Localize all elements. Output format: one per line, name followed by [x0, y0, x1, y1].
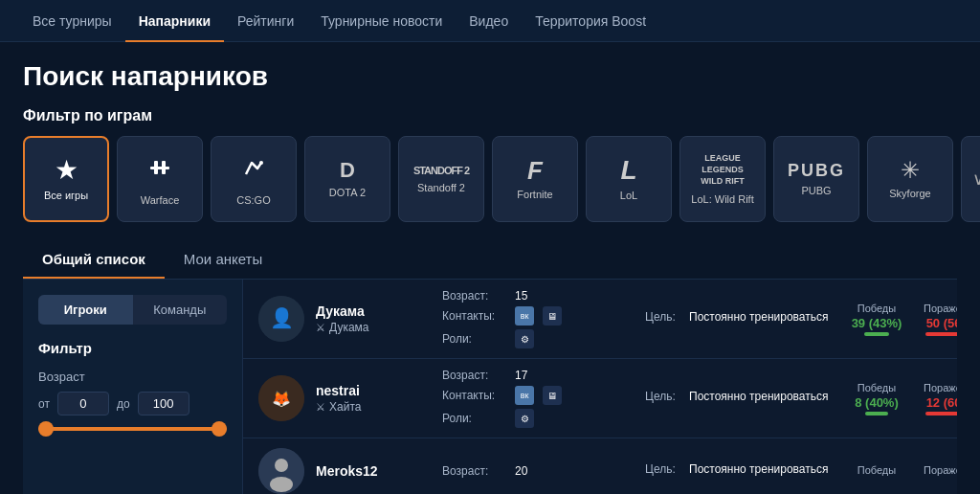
losses-bar: [925, 412, 957, 415]
losses-value: 12 (60%): [926, 395, 957, 410]
player-game-icon: ⚔: [316, 322, 325, 334]
wins-stat: Победы: [848, 464, 905, 478]
nav-news[interactable]: Турнирные новости: [307, 0, 456, 42]
contact-vk-icon[interactable]: вк: [515, 386, 534, 405]
wins-bar: [864, 332, 889, 336]
sidebar: Игроки Команды Фильтр Возраст от до: [23, 280, 243, 494]
meta-age-row: Возраст: 15: [442, 289, 634, 303]
game-card-standoff2-label: Standoff 2: [417, 182, 465, 193]
age-filter-label: Возраст: [38, 370, 227, 384]
game-card-warface-label: Warface: [141, 194, 180, 206]
age-slider[interactable]: [38, 427, 227, 431]
meta-age-row: Возраст: 20: [442, 464, 634, 478]
skyforge-icon: ✳: [901, 159, 920, 182]
player-game: ⚔ Дукама: [316, 321, 431, 334]
expand-games-button[interactable]: ∨: [961, 136, 980, 222]
role-icon: ⚙: [515, 409, 534, 428]
age-from-input[interactable]: [57, 392, 109, 415]
wins-value: 39 (43%): [852, 316, 902, 330]
game-card-csgo-label: CS:GO: [236, 194, 270, 206]
nav-teammates[interactable]: Напарники: [125, 0, 224, 42]
contact-discord-icon[interactable]: 🖥: [543, 386, 562, 405]
chevron-down-icon: ∨: [972, 168, 981, 190]
player-meta: Возраст: 20: [442, 464, 634, 478]
avatar: 🦊: [258, 375, 304, 421]
sidebar-tab-teams[interactable]: Команды: [133, 295, 228, 325]
slider-thumb-left[interactable]: [38, 421, 54, 437]
losses-bar: [925, 332, 957, 336]
game-card-lol[interactable]: L LoL: [586, 136, 672, 222]
player-list: 👤 Дукама ⚔ Дукама Возраст: 15: [243, 280, 957, 494]
main-tabs: Общий список Мои анкеты: [23, 241, 957, 280]
game-card-wildrift-label: LoL: Wild Rift: [691, 193, 753, 205]
nav-tournaments[interactable]: Все турниры: [19, 0, 125, 42]
player-game-name: Хайта: [329, 400, 361, 414]
game-card-pubg-label: PUBG: [801, 185, 831, 196]
table-row[interactable]: 🦊 nestrai ⚔ Хайта Возраст: 17: [243, 359, 957, 438]
main-content: Поиск напарников Фильтр по играм ★ Все и…: [0, 42, 980, 494]
wins-label: Победы: [858, 464, 896, 476]
filter-title: Фильтр: [38, 340, 227, 356]
wins-label: Победы: [858, 382, 896, 393]
game-card-all[interactable]: ★ Все игры: [23, 136, 109, 222]
goal-row: Цель: Постоянно тренироваться: [645, 462, 836, 476]
player-name: Meroks12: [316, 463, 431, 479]
player-meta: Возраст: 17 Контакты: вк 🖥 Роли: ⚙: [442, 369, 634, 428]
player-info: nestrai ⚔ Хайта: [316, 383, 431, 414]
goal-row: Цель: Постоянно тренироваться: [645, 390, 836, 403]
game-card-pubg[interactable]: PUBG PUBG: [773, 136, 859, 222]
tab-my-profiles[interactable]: Мои анкеты: [165, 241, 281, 279]
age-range-row: от до: [38, 392, 227, 415]
player-info: Meroks12: [316, 463, 431, 479]
game-card-dota2[interactable]: D DOTA 2: [304, 136, 390, 222]
meta-role-row: Роли: ⚙: [442, 329, 634, 348]
meta-role-row: Роли: ⚙: [442, 409, 634, 428]
player-info: Дукама ⚔ Дукама: [316, 303, 431, 334]
game-card-skyforge[interactable]: ✳ Skyforge: [867, 136, 953, 222]
avatar: 👤: [258, 296, 304, 342]
slider-thumb-right[interactable]: [212, 421, 227, 437]
role-label: Роли:: [442, 332, 509, 346]
warface-icon: [145, 153, 175, 189]
game-card-wildrift[interactable]: LEAGUELEGENDSWILD RIFT LoL: Wild Rift: [679, 136, 766, 222]
main-nav: Все турниры Напарники Рейтинги Турнирные…: [0, 0, 980, 42]
nav-video[interactable]: Видео: [456, 0, 522, 42]
csgo-icon: [238, 153, 269, 189]
standoff2-icon: STANDOFF 2: [413, 166, 469, 176]
slider-fill: [38, 427, 227, 431]
game-card-warface[interactable]: Warface: [117, 136, 203, 222]
nav-ratings[interactable]: Рейтинги: [224, 0, 307, 42]
svg-rect-0: [150, 167, 169, 169]
game-card-standoff2[interactable]: STANDOFF 2 Standoff 2: [398, 136, 484, 222]
table-row[interactable]: Meroks12 Возраст: 20 Цель: Постоянно тре…: [243, 438, 957, 494]
stats-block: Победы 39 (43%) Поражения 50 (56%) Ничья…: [848, 303, 957, 336]
fortnite-icon: F: [527, 158, 543, 183]
contact-discord-icon[interactable]: 🖥: [543, 306, 562, 326]
losses-stat: Поражения 50 (56%): [923, 303, 957, 336]
sidebar-tab-players[interactable]: Игроки: [38, 295, 133, 325]
meta-contacts-row: Контакты: вк 🖥: [442, 306, 634, 326]
sidebar-tabs: Игроки Команды: [38, 295, 227, 325]
age-to-input[interactable]: [138, 392, 189, 415]
contact-vk-icon[interactable]: вк: [515, 306, 534, 326]
tab-general-list[interactable]: Общий список: [23, 241, 165, 279]
role-icon: ⚙: [515, 329, 534, 348]
wins-value: 8 (40%): [855, 395, 899, 410]
wins-bar: [865, 412, 888, 415]
svg-point-10: [270, 477, 293, 492]
content-area: Игроки Команды Фильтр Возраст от до: [23, 280, 957, 494]
losses-label: Поражения: [924, 303, 957, 314]
stats-block: Победы 8 (40%) Поражения 12 (60%) Ничья …: [848, 382, 957, 415]
game-card-skyforge-label: Skyforge: [889, 188, 930, 199]
losses-label: Поражения: [924, 464, 957, 476]
nav-boost[interactable]: Территория Boost: [522, 0, 659, 42]
losses-stat: Поражения: [923, 464, 957, 478]
wins-stat: Победы 39 (43%): [848, 303, 905, 336]
game-card-fortnite[interactable]: F Fortnite: [492, 136, 578, 222]
svg-rect-1: [154, 161, 158, 174]
page-title: Поиск напарников: [23, 61, 957, 92]
table-row[interactable]: 👤 Дукама ⚔ Дукама Возраст: 15: [243, 280, 957, 359]
game-card-csgo[interactable]: CS:GO: [211, 136, 297, 222]
goal-value: Постоянно тренироваться: [689, 310, 829, 324]
avatar: [258, 448, 304, 494]
